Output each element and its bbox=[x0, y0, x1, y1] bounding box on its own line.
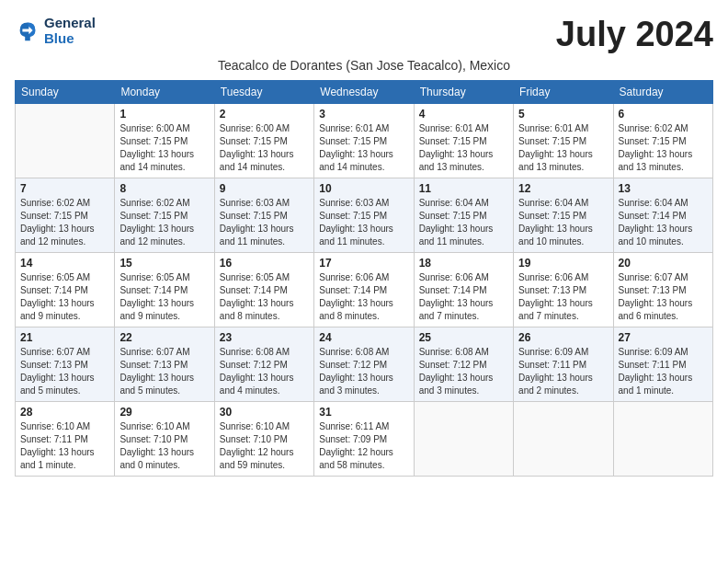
day-number: 17 bbox=[319, 257, 408, 270]
day-number: 8 bbox=[119, 182, 209, 195]
day-info: Sunrise: 6:07 AMSunset: 7:13 PMDaylight:… bbox=[119, 346, 209, 397]
weekday-header-wednesday: Wednesday bbox=[314, 81, 414, 104]
day-info: Sunrise: 6:01 AMSunset: 7:15 PMDaylight:… bbox=[319, 122, 408, 174]
day-info: Sunrise: 6:02 AMSunset: 7:15 PMDaylight:… bbox=[119, 197, 209, 248]
day-number: 3 bbox=[319, 108, 408, 121]
calendar-week-row: 21Sunrise: 6:07 AMSunset: 7:13 PMDayligh… bbox=[16, 327, 713, 402]
calendar-day-12: 12Sunrise: 6:04 AMSunset: 7:15 PMDayligh… bbox=[514, 178, 613, 253]
day-number: 18 bbox=[419, 257, 508, 270]
calendar-day-8: 8Sunrise: 6:02 AMSunset: 7:15 PMDaylight… bbox=[115, 178, 214, 253]
calendar-day-16: 16Sunrise: 6:05 AMSunset: 7:14 PMDayligh… bbox=[214, 253, 313, 327]
day-number: 29 bbox=[119, 406, 209, 419]
day-info: Sunrise: 6:01 AMSunset: 7:15 PMDaylight:… bbox=[419, 122, 508, 174]
day-number: 5 bbox=[518, 108, 608, 121]
day-info: Sunrise: 6:10 AMSunset: 7:10 PMDaylight:… bbox=[119, 420, 209, 472]
day-info: Sunrise: 6:07 AMSunset: 7:13 PMDaylight:… bbox=[20, 346, 109, 397]
day-info: Sunrise: 6:04 AMSunset: 7:15 PMDaylight:… bbox=[518, 197, 608, 248]
day-info: Sunrise: 6:10 AMSunset: 7:10 PMDaylight:… bbox=[220, 420, 309, 472]
calendar-table: SundayMondayTuesdayWednesdayThursdayFrid… bbox=[15, 80, 713, 477]
calendar-day-23: 23Sunrise: 6:08 AMSunset: 7:12 PMDayligh… bbox=[214, 327, 313, 402]
day-info: Sunrise: 6:00 AMSunset: 7:15 PMDaylight:… bbox=[119, 122, 209, 174]
calendar-week-row: 7Sunrise: 6:02 AMSunset: 7:15 PMDaylight… bbox=[16, 178, 713, 253]
location-subtitle: Teacalco de Dorantes (San Jose Teacalco)… bbox=[15, 58, 713, 73]
day-number: 23 bbox=[220, 331, 309, 344]
day-number: 21 bbox=[20, 331, 109, 344]
day-info: Sunrise: 6:03 AMSunset: 7:15 PMDaylight:… bbox=[319, 197, 408, 248]
logo: General Blue bbox=[15, 15, 96, 46]
weekday-header-sunday: Sunday bbox=[16, 81, 115, 104]
calendar-day-2: 2Sunrise: 6:00 AMSunset: 7:15 PMDaylight… bbox=[214, 104, 313, 178]
weekday-header-friday: Friday bbox=[514, 81, 613, 104]
day-number: 31 bbox=[319, 406, 408, 419]
calendar-day-7: 7Sunrise: 6:02 AMSunset: 7:15 PMDaylight… bbox=[16, 178, 115, 253]
day-info: Sunrise: 6:08 AMSunset: 7:12 PMDaylight:… bbox=[319, 346, 408, 397]
calendar-day-18: 18Sunrise: 6:06 AMSunset: 7:14 PMDayligh… bbox=[414, 253, 513, 327]
day-number: 2 bbox=[220, 108, 309, 121]
calendar-day-empty bbox=[414, 402, 513, 477]
day-info: Sunrise: 6:04 AMSunset: 7:15 PMDaylight:… bbox=[419, 197, 508, 248]
calendar-day-29: 29Sunrise: 6:10 AMSunset: 7:10 PMDayligh… bbox=[115, 402, 214, 477]
month-year: July 2024 bbox=[556, 15, 713, 54]
day-number: 26 bbox=[518, 331, 608, 344]
day-number: 12 bbox=[518, 182, 608, 195]
day-info: Sunrise: 6:03 AMSunset: 7:15 PMDaylight:… bbox=[220, 197, 309, 248]
day-info: Sunrise: 6:07 AMSunset: 7:13 PMDaylight:… bbox=[619, 271, 708, 323]
day-number: 7 bbox=[20, 182, 109, 195]
calendar-day-5: 5Sunrise: 6:01 AMSunset: 7:15 PMDaylight… bbox=[514, 104, 613, 178]
day-info: Sunrise: 6:06 AMSunset: 7:14 PMDaylight:… bbox=[319, 271, 408, 323]
calendar-day-1: 1Sunrise: 6:00 AMSunset: 7:15 PMDaylight… bbox=[115, 104, 214, 178]
calendar-day-26: 26Sunrise: 6:09 AMSunset: 7:11 PMDayligh… bbox=[514, 327, 613, 402]
day-number: 22 bbox=[119, 331, 209, 344]
day-number: 28 bbox=[20, 406, 109, 419]
calendar-day-6: 6Sunrise: 6:02 AMSunset: 7:15 PMDaylight… bbox=[613, 104, 712, 178]
day-info: Sunrise: 6:08 AMSunset: 7:12 PMDaylight:… bbox=[220, 346, 309, 397]
day-number: 25 bbox=[419, 331, 508, 344]
day-info: Sunrise: 6:06 AMSunset: 7:13 PMDaylight:… bbox=[518, 271, 608, 323]
weekday-header-saturday: Saturday bbox=[613, 81, 712, 104]
day-number: 27 bbox=[619, 331, 708, 344]
day-info: Sunrise: 6:05 AMSunset: 7:14 PMDaylight:… bbox=[20, 271, 109, 323]
day-info: Sunrise: 6:11 AMSunset: 7:09 PMDaylight:… bbox=[319, 420, 408, 472]
weekday-header-monday: Monday bbox=[115, 81, 214, 104]
day-info: Sunrise: 6:02 AMSunset: 7:15 PMDaylight:… bbox=[619, 122, 708, 174]
day-info: Sunrise: 6:09 AMSunset: 7:11 PMDaylight:… bbox=[619, 346, 708, 397]
calendar-day-19: 19Sunrise: 6:06 AMSunset: 7:13 PMDayligh… bbox=[514, 253, 613, 327]
calendar-day-10: 10Sunrise: 6:03 AMSunset: 7:15 PMDayligh… bbox=[314, 178, 414, 253]
day-info: Sunrise: 6:05 AMSunset: 7:14 PMDaylight:… bbox=[119, 271, 209, 323]
day-number: 11 bbox=[419, 182, 508, 195]
day-number: 1 bbox=[119, 108, 209, 121]
day-info: Sunrise: 6:04 AMSunset: 7:14 PMDaylight:… bbox=[619, 197, 708, 248]
calendar-day-9: 9Sunrise: 6:03 AMSunset: 7:15 PMDaylight… bbox=[214, 178, 313, 253]
day-info: Sunrise: 6:06 AMSunset: 7:14 PMDaylight:… bbox=[419, 271, 508, 323]
calendar-day-25: 25Sunrise: 6:08 AMSunset: 7:12 PMDayligh… bbox=[414, 327, 513, 402]
day-number: 4 bbox=[419, 108, 508, 121]
calendar-day-14: 14Sunrise: 6:05 AMSunset: 7:14 PMDayligh… bbox=[16, 253, 115, 327]
calendar-day-empty bbox=[16, 104, 115, 178]
day-number: 10 bbox=[319, 182, 408, 195]
day-info: Sunrise: 6:09 AMSunset: 7:11 PMDaylight:… bbox=[518, 346, 608, 397]
calendar-day-22: 22Sunrise: 6:07 AMSunset: 7:13 PMDayligh… bbox=[115, 327, 214, 402]
calendar-day-27: 27Sunrise: 6:09 AMSunset: 7:11 PMDayligh… bbox=[613, 327, 712, 402]
calendar-day-11: 11Sunrise: 6:04 AMSunset: 7:15 PMDayligh… bbox=[414, 178, 513, 253]
calendar-day-15: 15Sunrise: 6:05 AMSunset: 7:14 PMDayligh… bbox=[115, 253, 214, 327]
calendar-day-4: 4Sunrise: 6:01 AMSunset: 7:15 PMDaylight… bbox=[414, 104, 513, 178]
day-info: Sunrise: 6:08 AMSunset: 7:12 PMDaylight:… bbox=[419, 346, 508, 397]
month-year-title: July 2024 bbox=[556, 15, 713, 54]
day-number: 6 bbox=[619, 108, 708, 121]
logo-icon bbox=[15, 17, 40, 43]
weekday-header-tuesday: Tuesday bbox=[214, 81, 313, 104]
calendar-day-30: 30Sunrise: 6:10 AMSunset: 7:10 PMDayligh… bbox=[214, 402, 313, 477]
day-number: 13 bbox=[619, 182, 708, 195]
day-info: Sunrise: 6:05 AMSunset: 7:14 PMDaylight:… bbox=[220, 271, 309, 323]
day-number: 16 bbox=[220, 257, 309, 270]
day-info: Sunrise: 6:01 AMSunset: 7:15 PMDaylight:… bbox=[518, 122, 608, 174]
calendar-day-21: 21Sunrise: 6:07 AMSunset: 7:13 PMDayligh… bbox=[16, 327, 115, 402]
calendar-week-row: 1Sunrise: 6:00 AMSunset: 7:15 PMDaylight… bbox=[16, 104, 713, 178]
logo-line1: General bbox=[44, 15, 96, 30]
day-number: 20 bbox=[619, 257, 708, 270]
weekday-header-thursday: Thursday bbox=[414, 81, 513, 104]
day-info: Sunrise: 6:02 AMSunset: 7:15 PMDaylight:… bbox=[20, 197, 109, 248]
day-number: 15 bbox=[119, 257, 209, 270]
calendar-week-row: 28Sunrise: 6:10 AMSunset: 7:11 PMDayligh… bbox=[16, 402, 713, 477]
day-info: Sunrise: 6:10 AMSunset: 7:11 PMDaylight:… bbox=[20, 420, 109, 472]
